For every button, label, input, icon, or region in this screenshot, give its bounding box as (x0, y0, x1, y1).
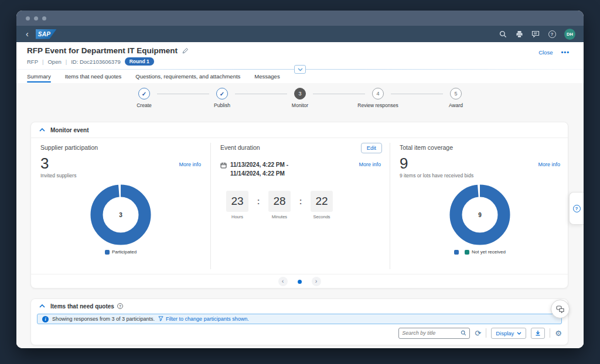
legend-swatch-not-received (465, 250, 469, 255)
process-flow: ✓ Create ✓ Publish 3 Monitor (131, 88, 469, 108)
page-title: RFP Event for Department IT Equipment (27, 46, 178, 55)
question-mark-icon: ? (573, 205, 581, 212)
search-input[interactable] (402, 330, 458, 336)
print-icon[interactable] (515, 30, 523, 38)
close-button[interactable]: Close (538, 49, 553, 56)
search-icon[interactable] (499, 30, 507, 38)
edit-title-icon[interactable] (182, 47, 189, 54)
object-meta: RFP | Open | ID: Doc2103606379 Round 1 (27, 57, 584, 66)
info-icon: i (42, 316, 49, 322)
check-icon: ✓ (138, 88, 150, 99)
kpi-value: 3 (40, 156, 201, 171)
shell-bar: ‹ SAP ? DH (16, 26, 584, 42)
event-start-date: 11/13/2024, 4:22 PM - (230, 160, 288, 169)
download-icon[interactable] (531, 328, 545, 339)
sap-logo[interactable]: SAP (36, 29, 57, 39)
section-title: Monitor event (50, 127, 89, 133)
kpi-caption: Invited suppliers (40, 173, 201, 178)
items-toolbar: ⟳ Display ⚙ (31, 324, 568, 342)
total-item-coverage-card[interactable]: Total item coverage More info 9 9 items … (390, 138, 570, 274)
seconds-label: Seconds (311, 214, 333, 219)
coverage-donut-chart: 9 (447, 182, 513, 248)
more-info-link[interactable]: More info (359, 162, 381, 167)
supplier-donut-chart: 3 (88, 182, 154, 248)
svg-text:9: 9 (478, 212, 482, 218)
legend-swatch-received (454, 250, 459, 255)
more-info-link[interactable]: More info (538, 162, 560, 167)
minutes-label: Minutes (268, 214, 291, 219)
display-dropdown[interactable]: Display (491, 328, 526, 339)
carousel-prev-icon[interactable]: ‹ (278, 277, 288, 286)
feedback-icon[interactable] (531, 30, 540, 38)
card-title: Event duration (220, 144, 381, 151)
step-number: 4 (372, 88, 384, 99)
process-step-publish[interactable]: ✓ Publish (209, 88, 235, 108)
calendar-icon (220, 160, 227, 178)
kpi-value: 9 (400, 156, 560, 171)
back-icon[interactable]: ‹ (25, 30, 30, 38)
more-info-link[interactable]: More info (179, 162, 201, 167)
help-icon[interactable]: ? (548, 30, 556, 38)
supplier-participation-card[interactable]: Supplier participation More info 3 Invit… (31, 138, 210, 274)
chevron-up-icon[interactable] (39, 304, 45, 308)
process-step-create[interactable]: ✓ Create (131, 88, 157, 108)
info-message-text: Showing responses from 3 of 3 participan… (52, 316, 155, 322)
section-title: Items that need quotes ? (50, 303, 123, 310)
window-control-dot[interactable] (26, 16, 30, 20)
round-badge: Round 1 (125, 57, 154, 66)
filter-icon (158, 316, 163, 322)
tab-summary[interactable]: Summary (27, 71, 51, 83)
seconds-value: 22 (311, 191, 333, 212)
conversations-fab[interactable] (551, 300, 570, 318)
search-icon[interactable] (461, 328, 466, 338)
chat-bubbles-icon (556, 305, 565, 313)
event-end-date: 11/14/2024, 4:22 PM (230, 169, 288, 178)
avatar[interactable]: DH (564, 29, 575, 40)
step-number: 5 (450, 88, 462, 99)
process-step-review-responses[interactable]: 4 Review responses (365, 88, 391, 108)
hours-value: 23 (226, 191, 248, 212)
document-id: ID: Doc2103606379 (71, 59, 121, 65)
filter-participants-link[interactable]: Filter to change participants shown. (166, 316, 249, 322)
help-info-icon[interactable]: ? (117, 303, 123, 309)
event-duration-card[interactable]: Event duration Edit More info 11/13/2024… (211, 138, 390, 274)
countdown-timer: 23 : 28 : 22 (220, 191, 381, 212)
browser-window: ‹ SAP ? DH RFP Event for De (16, 11, 584, 348)
page: RFP Event for Department IT Equipment Cl… (16, 42, 584, 348)
minutes-value: 28 (268, 191, 291, 212)
process-step-monitor[interactable]: 3 Monitor (287, 88, 313, 108)
tab-questions-requirements-attachments[interactable]: Questions, requirements, and attachments (135, 71, 240, 83)
kpi-caption: 9 items or lots have received bids (400, 173, 560, 178)
page-content: ✓ Create ✓ Publish 3 Monitor (16, 83, 584, 348)
check-icon: ✓ (216, 88, 228, 99)
card-title: Supplier participation (40, 144, 201, 151)
card-title: Total item coverage (400, 144, 560, 151)
chart-legend: Not yet received (400, 249, 560, 255)
tab-items-that-need-quotes[interactable]: Items that need quotes (65, 71, 122, 83)
items-that-need-quotes-section: Items that need quotes ? i Showing respo… (30, 298, 568, 345)
search-field[interactable] (398, 328, 470, 339)
desktop-background: ‹ SAP ? DH RFP Event for De (0, 0, 600, 364)
carousel-next-icon[interactable]: › (312, 277, 321, 286)
svg-text:3: 3 (119, 212, 122, 218)
legend-swatch (105, 250, 110, 255)
object-type: RFP (27, 59, 38, 65)
refresh-icon[interactable]: ⟳ (475, 329, 481, 338)
chart-legend: Participated (40, 249, 201, 255)
tab-bar: Summary Items that need quotes Questions… (27, 71, 573, 83)
carousel-dot[interactable] (298, 280, 302, 284)
window-control-dot[interactable] (34, 16, 38, 20)
help-side-tab[interactable]: ? (569, 192, 584, 225)
monitor-tiles: Supplier participation More info 3 Invit… (31, 138, 568, 274)
info-message-bar: i Showing responses from 3 of 3 particip… (37, 314, 562, 324)
chevron-down-icon (517, 332, 521, 335)
edit-button[interactable]: Edit (361, 143, 382, 153)
process-step-award[interactable]: 5 Award (443, 88, 469, 108)
chevron-up-icon[interactable] (39, 128, 45, 132)
window-control-dot[interactable] (42, 16, 46, 20)
overflow-menu-icon[interactable]: ••• (561, 49, 570, 56)
monitor-event-section: Monitor event Supplier participation Mor… (30, 122, 568, 289)
settings-gear-icon[interactable]: ⚙ (555, 329, 562, 338)
shell-actions: ? DH (499, 29, 575, 40)
tab-messages[interactable]: Messages (254, 71, 279, 83)
